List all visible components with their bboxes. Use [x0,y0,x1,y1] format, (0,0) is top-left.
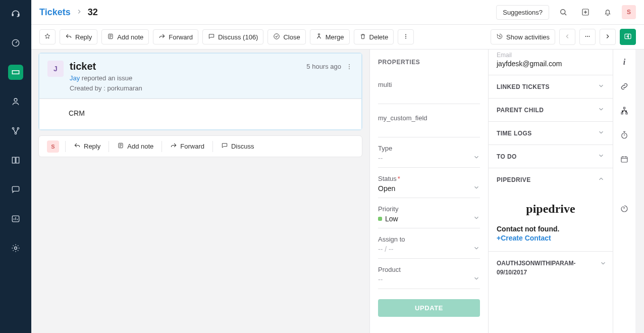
stopwatch-icon[interactable] [619,129,630,140]
breadcrumb-root[interactable]: Tickets [39,7,71,18]
delete-button[interactable]: Delete [354,29,394,44]
field-label: Type [378,145,480,152]
add-note-inline-button[interactable]: Add note [111,140,159,153]
merge-button[interactable]: Merge [310,29,350,44]
prev-ticket-button[interactable] [559,29,575,45]
star-icon [44,33,51,41]
forward-inline-button[interactable]: Forward [164,140,210,153]
field-type[interactable]: Type -- [378,137,480,168]
panel-right-icon [624,32,632,42]
user-avatar[interactable]: S [622,5,636,19]
field-my-custom[interactable]: my_custom_field [378,104,480,137]
accordion-pipedrive: PIPEDRIVE pipedrive Contact not found. +… [489,168,613,252]
nav-reports[interactable] [8,211,23,226]
next-ticket-button[interactable] [600,29,616,45]
chevron-right-icon [604,33,611,41]
field-value: Open [378,184,480,195]
ticket-time: 5 hours ago [306,63,341,70]
notifications-icon[interactable] [600,4,616,20]
update-button[interactable]: UPDATE [378,299,480,317]
accordion-linked-tickets[interactable]: LINKED TICKETS [489,75,613,99]
ticket-body: CRM [39,99,361,129]
properties-panel: PROPERTIES multi my_custom_field Type --… [369,50,488,333]
discuss-inline-button[interactable]: Discuss [215,140,260,153]
field-status[interactable]: Status* Open [378,168,480,198]
search-icon[interactable] [555,4,571,20]
field-label: Priority [378,205,480,213]
conversation-column: J ticket Jay reported an issue Created b… [31,50,369,333]
more-actions-button[interactable] [398,29,414,44]
chevron-right-icon [76,7,83,18]
field-label: Status* [378,175,480,182]
brand-logo[interactable] [8,6,23,21]
agent-avatar: S [47,140,59,153]
new-ticket-icon[interactable] [577,4,594,20]
nav-automation[interactable] [8,123,23,138]
kebab-icon [402,33,409,41]
reporter-name[interactable]: Jay [70,74,80,82]
chevron-down-icon [598,152,605,161]
created-by-label: Created by : [70,84,107,92]
field-product[interactable]: Product -- [378,259,480,289]
toggle-side-panel-button[interactable] [620,29,636,45]
field-assign-to[interactable]: Assign to -- / -- [378,228,480,259]
nav-settings[interactable] [8,241,23,256]
create-contact-link[interactable]: +Create Contact [497,234,551,242]
field-multi[interactable]: multi [378,71,480,104]
close-ticket-button[interactable]: Close [267,29,305,44]
chevron-down-icon [598,129,605,137]
accordion-time-logs[interactable]: TIME LOGS [489,122,613,145]
reply-icon [65,33,72,41]
chevron-up-icon [598,175,605,184]
calendar-icon[interactable] [619,154,630,165]
field-label: multi [378,81,480,88]
forward-icon [158,33,166,41]
ticket-card: J ticket Jay reported an issue Created b… [38,53,362,130]
reply-bar: S Reply Add note Forward Discuss [38,135,362,157]
history-icon [496,33,503,41]
chevron-down-icon [473,245,480,253]
chevron-down-icon [600,260,607,269]
show-activities-button[interactable]: Show activities [491,29,555,44]
nav-knowledge[interactable] [8,153,23,168]
ticket-more-icon[interactable] [343,61,355,73]
sitemap-icon[interactable] [619,105,630,116]
accordion-integration-oauthjson[interactable]: OAUTHJSONWITHIPARAM-09/10/2017 [489,252,613,284]
add-note-button[interactable]: Add note [101,29,149,44]
field-label: Assign to [378,235,480,243]
suggestions-button[interactable]: Suggestions? [496,5,549,20]
forward-button[interactable]: Forward [153,29,198,44]
field-value: -- [378,154,480,164]
info-icon[interactable]: i [619,57,630,68]
created-by: porkumaran [107,84,142,92]
nav-tickets[interactable] [8,65,23,80]
accordion-to-do[interactable]: TO DO [489,145,613,168]
favorite-button[interactable] [39,29,56,44]
field-priority[interactable]: Priority Low [378,198,480,228]
integration-icon[interactable] [619,203,630,214]
discuss-button[interactable]: Discuss (106) [202,29,263,44]
breadcrumb: Tickets 32 [39,7,98,18]
trash-icon [359,33,366,41]
page-header: Tickets 32 Suggestions? S [31,0,644,25]
chevron-down-icon [598,106,605,114]
field-value [378,124,480,134]
ticket-toolbar: Reply Add note Forward Discuss (106) Clo… [31,25,644,50]
merge-icon [315,33,323,41]
field-value [378,90,480,101]
ticket-title: ticket [70,61,142,72]
nav-more-button[interactable] [579,29,596,45]
nav-chat[interactable] [8,182,23,197]
reply-button[interactable]: Reply [60,29,97,44]
dots-horizontal-icon [584,33,591,41]
link-icon[interactable] [619,81,630,92]
nav-dashboard[interactable] [8,35,23,51]
reply-inline-button[interactable]: Reply [68,140,106,153]
nav-contacts[interactable] [8,94,23,109]
email-label: Email [497,52,605,59]
forward-icon [170,142,177,151]
note-icon [117,142,124,151]
accordion-parent-child[interactable]: PARENT CHILD [489,99,613,122]
context-icon-rail: i [613,50,635,333]
chevron-down-icon [598,82,605,91]
